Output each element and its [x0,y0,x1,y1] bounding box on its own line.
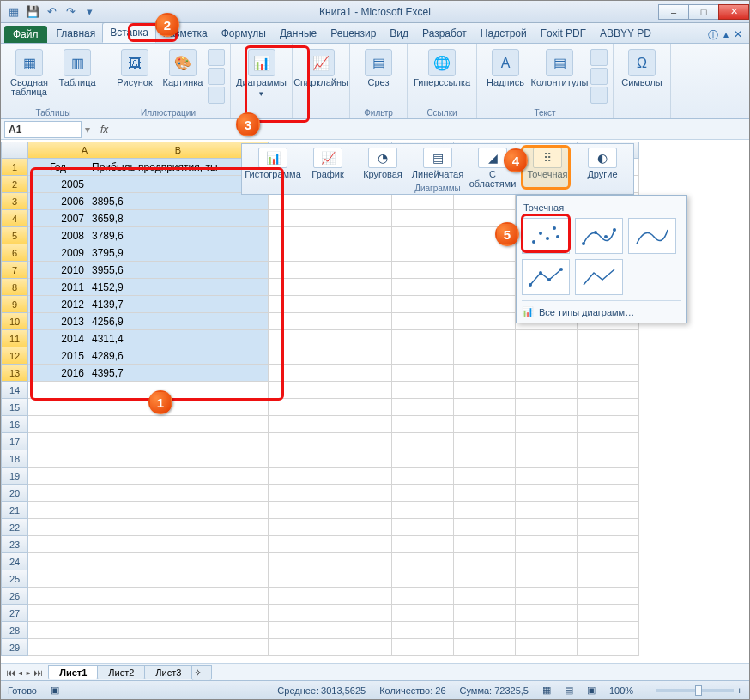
row-header-25[interactable]: 25 [1,570,28,588]
cell-D4[interactable] [330,210,392,227]
cell-F9[interactable] [454,296,516,313]
row-header-28[interactable]: 28 [1,622,28,639]
row-header-24[interactable]: 24 [1,553,28,570]
cell-E20[interactable] [392,485,454,502]
pivot-table-button[interactable]: ▦Сводная таблица [6,45,52,97]
view-normal-icon[interactable]: ▦ [542,685,551,696]
cell-G25[interactable] [516,570,578,588]
cell-H16[interactable] [578,416,639,433]
cell-H22[interactable] [578,519,639,536]
cell-A11[interactable]: 2014 [28,330,88,347]
cell-F25[interactable] [454,570,516,588]
slicer-button[interactable]: ▤Срез [355,45,402,88]
doc-close-icon[interactable]: ✕ [734,28,742,43]
cell-B21[interactable] [88,502,269,519]
cell-A6[interactable]: 2009 [28,244,88,262]
sheet-tab-3[interactable]: Лист3 [144,665,192,679]
chart-line-button[interactable]: 📈График [300,146,355,179]
charts-button[interactable]: 📊Диаграммы▾ [234,45,289,99]
cell-E16[interactable] [392,416,454,433]
cell-D12[interactable] [330,347,392,365]
cell-E18[interactable] [392,450,454,468]
cell-G16[interactable] [516,416,578,433]
row-header-6[interactable]: 6 [1,244,28,262]
cell-D20[interactable] [330,485,392,502]
cell-F10[interactable] [454,313,516,330]
row-header-14[interactable]: 14 [1,382,28,399]
cell-C5[interactable] [269,227,330,244]
view-layout-icon[interactable]: ▤ [565,685,573,696]
row-header-21[interactable]: 21 [1,502,28,519]
cell-G17[interactable] [516,433,578,450]
zoom-slider[interactable]: − + [647,685,742,696]
sheet-nav[interactable]: ⏮ ◀ ▶ ⏭ [1,667,48,678]
tab-formulas[interactable]: Формулы [215,24,273,43]
cell-C21[interactable] [269,502,330,519]
cell-G11[interactable] [516,330,578,347]
cell-A29[interactable] [28,639,88,656]
cell-H27[interactable] [578,605,639,622]
cell-D24[interactable] [330,553,392,570]
cell-F11[interactable] [454,330,516,347]
cell-D22[interactable] [330,519,392,536]
cell-A13[interactable]: 2016 [28,365,88,382]
row-header-11[interactable]: 11 [1,330,28,347]
cell-G14[interactable] [516,382,578,399]
cell-H14[interactable] [578,382,639,399]
cell-C23[interactable] [269,536,330,553]
cell-D29[interactable] [330,639,392,656]
cell-A28[interactable] [28,622,88,639]
cell-A17[interactable] [28,433,88,450]
cell-E22[interactable] [392,519,454,536]
headerfooter-button[interactable]: ▤Колонтитулы [530,45,589,88]
cell-H21[interactable] [578,502,639,519]
cell-C13[interactable] [269,365,330,382]
row-header-16[interactable]: 16 [1,416,28,433]
row-header-4[interactable]: 4 [1,210,28,227]
cell-A12[interactable]: 2015 [28,347,88,365]
save-icon[interactable]: 💾 [25,4,40,20]
tab-review[interactable]: Рецензир [324,24,383,43]
cell-E14[interactable] [392,382,454,399]
close-button[interactable]: ✕ [718,4,749,20]
cell-D19[interactable] [330,468,392,485]
cell-F29[interactable] [454,639,516,656]
cell-H28[interactable] [578,622,639,639]
cell-E5[interactable] [392,227,454,244]
cell-F23[interactable] [454,536,516,553]
cell-F16[interactable] [454,416,516,433]
cell-G28[interactable] [516,622,578,639]
cell-G12[interactable] [516,347,578,365]
cell-C26[interactable] [269,588,330,605]
all-chart-types-button[interactable]: 📊 Все типы диаграмм… [522,300,681,317]
cell-A16[interactable] [28,416,88,433]
cell-B12[interactable]: 4289,6 [88,347,269,365]
cell-D27[interactable] [330,605,392,622]
tab-home[interactable]: Главная [50,24,103,43]
chart-column-button[interactable]: 📊Гистограмма [245,146,300,179]
cell-C22[interactable] [269,519,330,536]
cell-B29[interactable] [88,639,269,656]
clipart-button[interactable]: 🎨Картинка [160,45,206,88]
scatter-lines-markers-option[interactable] [522,259,570,295]
cell-C10[interactable] [269,313,330,330]
cell-A25[interactable] [28,570,88,588]
cell-F8[interactable] [454,279,516,296]
cell-C11[interactable] [269,330,330,347]
shapes-button[interactable] [208,49,225,66]
chart-scatter-button[interactable]: ⠿Точечная [520,146,575,179]
cell-H26[interactable] [578,588,639,605]
cell-H13[interactable] [578,365,639,382]
cell-E6[interactable] [392,244,454,262]
macro-record-icon[interactable]: ▣ [51,685,59,696]
cell-H11[interactable] [578,330,639,347]
cell-D14[interactable] [330,382,392,399]
cell-D16[interactable] [330,416,392,433]
cell-D25[interactable] [330,570,392,588]
tab-addins[interactable]: Надстрой [474,24,534,43]
zoom-out-icon[interactable]: − [647,685,652,696]
zoom-level[interactable]: 100% [609,685,633,696]
cell-D13[interactable] [330,365,392,382]
help-icon[interactable]: ⓘ [708,28,718,43]
cell-E23[interactable] [392,536,454,553]
